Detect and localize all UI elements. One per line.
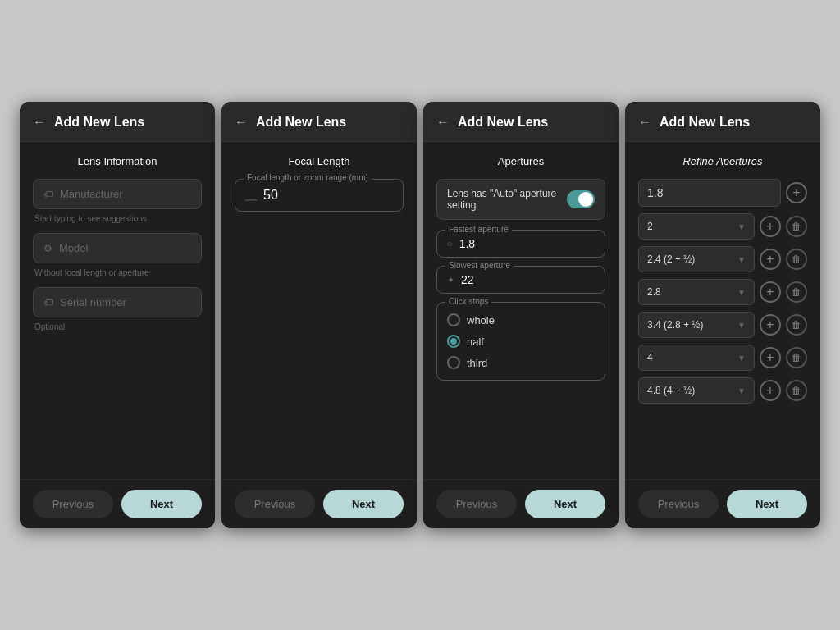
prev-btn-2[interactable]: Previous [235,490,315,518]
refine-add-2[interactable]: + [760,281,781,303]
refine-first-input[interactable]: 1.8 [638,179,781,207]
click-stops-label: Click stops [445,297,491,306]
refine-del-4[interactable]: 🗑 [786,347,807,368]
next-btn-1[interactable]: Next [121,490,202,518]
next-btn-3[interactable]: Next [525,490,605,518]
refine-del-5[interactable]: 🗑 [786,380,807,401]
radio-circle-half [447,335,460,348]
back-arrow-1[interactable]: ← [33,115,46,130]
refine-select-4[interactable]: 4 ▼ [638,345,755,371]
chevron-down-5: ▼ [737,386,746,395]
refine-select-0[interactable]: 2 ▼ [638,213,755,240]
model-input[interactable] [59,242,191,254]
focal-group-label: Focal length or zoom range (mm) [244,173,372,182]
manufacturer-icon: 🏷 [43,189,53,200]
radio-dot-half [450,338,457,345]
refine-row-5: 4.8 (4 + ½) ▼ + 🗑 [638,377,807,404]
refine-select-5[interactable]: 4.8 (4 + ½) ▼ [638,377,755,404]
auto-aperture-toggle[interactable] [567,190,595,208]
screen-4-header: ← Add New Lens [625,102,820,142]
radio-circle-whole [447,313,460,326]
screen-2-title: Add New Lens [256,115,346,130]
manufacturer-input[interactable] [60,188,191,200]
refine-select-1[interactable]: 2.4 (2 + ½) ▼ [638,246,755,272]
model-icon: ⚙ [43,243,52,254]
radio-label-whole: whole [467,314,495,326]
manufacturer-field[interactable]: 🏷 [33,179,202,209]
fastest-value: 1.8 [459,237,475,250]
refine-add-0[interactable]: + [760,216,781,237]
screen-1-title: Add New Lens [54,115,144,130]
screen-4-footer: Previous Next [625,479,820,528]
refine-first-value: 1.8 [647,186,663,199]
chevron-down-4: ▼ [737,354,746,363]
slowest-label: Slowest aperture [445,261,514,270]
screen-lens-info: ← Add New Lens Lens Information 🏷 Start … [20,102,215,528]
section-focal: Focal Length [235,155,404,167]
screen-refine: ← Add New Lens Refine Apertures 1.8 + 2 … [625,102,820,528]
refine-add-1[interactable]: + [760,249,781,270]
refine-add-5[interactable]: + [760,380,781,401]
prev-btn-4[interactable]: Previous [638,490,719,518]
focal-value-display: ⎯⎯ 50 [245,188,393,203]
refine-del-2[interactable]: 🗑 [786,281,807,303]
model-field[interactable]: ⚙ [33,233,202,263]
screen-3-header: ← Add New Lens [423,102,619,142]
refine-del-0[interactable]: 🗑 [786,216,807,237]
back-arrow-4[interactable]: ← [638,115,651,130]
radio-whole[interactable]: whole [447,309,595,331]
refine-select-2[interactable]: 2.8 ▼ [638,279,755,305]
screen-3-title: Add New Lens [458,115,548,130]
screen-1-footer: Previous Next [20,479,215,528]
click-stops-group: Click stops whole half third [436,302,605,381]
refine-val-1: 2.4 (2 + ½) [647,253,695,265]
refine-val-0: 2 [647,221,653,232]
fastest-label: Fastest aperture [445,225,512,234]
screen-focal-length: ← Add New Lens Focal Length Focal length… [221,102,417,528]
auto-aperture-row: Lens has "Auto" aperture setting [436,179,605,220]
serial-icon: 🏷 [43,297,53,308]
focal-group: Focal length or zoom range (mm) ⎯⎯ 50 [235,179,404,212]
refine-row-1: 2.4 (2 + ½) ▼ + 🗑 [638,246,807,272]
screen-1-header: ← Add New Lens [20,102,215,142]
slowest-icon: ✦ [447,275,454,285]
serial-input[interactable] [60,296,191,308]
prev-btn-1[interactable]: Previous [33,490,113,518]
refine-del-1[interactable]: 🗑 [786,249,807,270]
back-arrow-2[interactable]: ← [235,115,248,130]
refine-select-3[interactable]: 3.4 (2.8 + ½) ▼ [638,312,755,338]
refine-val-5: 4.8 (4 + ½) [647,385,695,396]
radio-third[interactable]: third [447,352,595,373]
chevron-down-3: ▼ [737,321,746,330]
model-hint: Without focal length or aperture [33,268,202,277]
radio-half[interactable]: half [447,331,595,352]
next-btn-2[interactable]: Next [323,490,404,518]
next-btn-4[interactable]: Next [727,490,807,518]
refine-add-4[interactable]: + [760,347,781,368]
serial-field[interactable]: 🏷 [33,287,202,317]
refine-row-2: 2.8 ▼ + 🗑 [638,279,807,305]
refine-row-3: 3.4 (2.8 + ½) ▼ + 🗑 [638,312,807,338]
refine-add-3[interactable]: + [760,314,781,336]
fastest-value-row: ○ 1.8 [447,237,595,250]
slowest-value: 22 [461,273,474,286]
screen-2-header: ← Add New Lens [221,102,417,142]
prev-btn-3[interactable]: Previous [436,490,517,518]
slowest-value-row: ✦ 22 [447,273,595,286]
screen-3-footer: Previous Next [423,479,619,528]
screen-4-content: Refine Apertures 1.8 + 2 ▼ + 🗑 [625,142,820,479]
chevron-down-0: ▼ [737,222,746,231]
focal-icon: ⎯⎯ [245,189,257,201]
fastest-aperture-group: Fastest aperture ○ 1.8 [436,230,605,258]
radio-label-third: third [467,357,487,369]
refine-first-add-btn[interactable]: + [786,182,807,203]
fastest-icon: ○ [447,239,453,249]
back-arrow-3[interactable]: ← [436,115,450,130]
toggle-knob [578,192,593,207]
refine-val-4: 4 [647,352,653,363]
refine-val-2: 2.8 [647,286,661,298]
refine-del-3[interactable]: 🗑 [786,314,807,336]
slowest-aperture-group: Slowest aperture ✦ 22 [436,266,605,294]
screen-3-content: Apertures Lens has "Auto" aperture setti… [423,142,619,479]
section-apertures: Apertures [436,155,605,167]
